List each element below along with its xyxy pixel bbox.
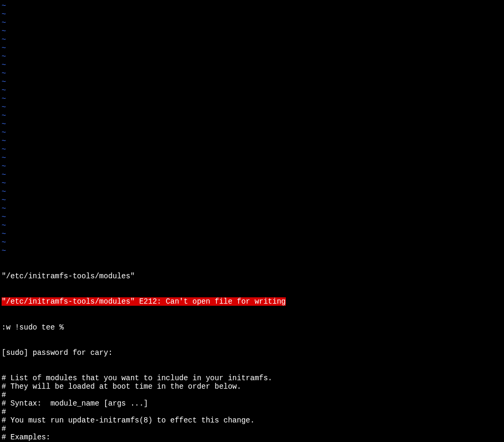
empty-line-tilde: ~ (2, 78, 502, 86)
sudo-prompt: [sudo] password for cary: (2, 349, 502, 357)
empty-line-tilde: ~ (2, 95, 502, 103)
empty-line-tilde: ~ (2, 69, 502, 78)
file-contents: # List of modules that you want to inclu… (2, 374, 502, 442)
empty-line-tilde: ~ (2, 35, 502, 44)
empty-line-tilde: ~ (2, 171, 502, 179)
empty-line-tilde: ~ (2, 18, 502, 27)
empty-line-tilde: ~ (2, 179, 502, 187)
file-content-line: # (2, 391, 502, 399)
empty-line-tilde: ~ (2, 230, 502, 238)
file-content-line: # Examples: (2, 433, 502, 441)
empty-line-tilde: ~ (2, 137, 502, 145)
empty-line-tilde: ~ (2, 52, 502, 61)
file-content-line: # Syntax: module_name [args ...] (2, 399, 502, 408)
command-line: :w !sudo tee % (2, 323, 502, 332)
empty-line-tilde: ~ (2, 27, 502, 35)
vim-empty-buffer: ~~~~~~~~~~~~~~~~~~~~~~~~~~~~~~ (2, 2, 502, 255)
empty-line-tilde: ~ (2, 128, 502, 137)
error-text: "/etc/initramfs-tools/modules" E212: Can… (2, 297, 286, 306)
file-content-line: # You must run update-initramfs(8) to ef… (2, 416, 502, 425)
empty-line-tilde: ~ (2, 187, 502, 196)
file-path-line: "/etc/initramfs-tools/modules" (2, 272, 502, 280)
empty-line-tilde: ~ (2, 162, 502, 171)
empty-line-tilde: ~ (2, 111, 502, 120)
vim-status-area: "/etc/initramfs-tools/modules" "/etc/ini… (2, 255, 502, 442)
file-content-line: # They will be loaded at boot time in th… (2, 382, 502, 391)
empty-line-tilde: ~ (2, 154, 502, 162)
empty-line-tilde: ~ (2, 10, 502, 18)
empty-line-tilde: ~ (2, 204, 502, 213)
file-content-line: # List of modules that you want to inclu… (2, 374, 502, 382)
empty-line-tilde: ~ (2, 247, 502, 255)
empty-line-tilde: ~ (2, 61, 502, 69)
empty-line-tilde: ~ (2, 213, 502, 221)
file-content-line: # (2, 425, 502, 433)
empty-line-tilde: ~ (2, 196, 502, 204)
empty-line-tilde: ~ (2, 238, 502, 247)
empty-line-tilde: ~ (2, 2, 502, 10)
empty-line-tilde: ~ (2, 221, 502, 230)
empty-line-tilde: ~ (2, 120, 502, 128)
empty-line-tilde: ~ (2, 103, 502, 111)
file-content-line: # (2, 408, 502, 416)
empty-line-tilde: ~ (2, 86, 502, 95)
empty-line-tilde: ~ (2, 44, 502, 52)
error-message-line: "/etc/initramfs-tools/modules" E212: Can… (2, 297, 502, 306)
empty-line-tilde: ~ (2, 145, 502, 154)
